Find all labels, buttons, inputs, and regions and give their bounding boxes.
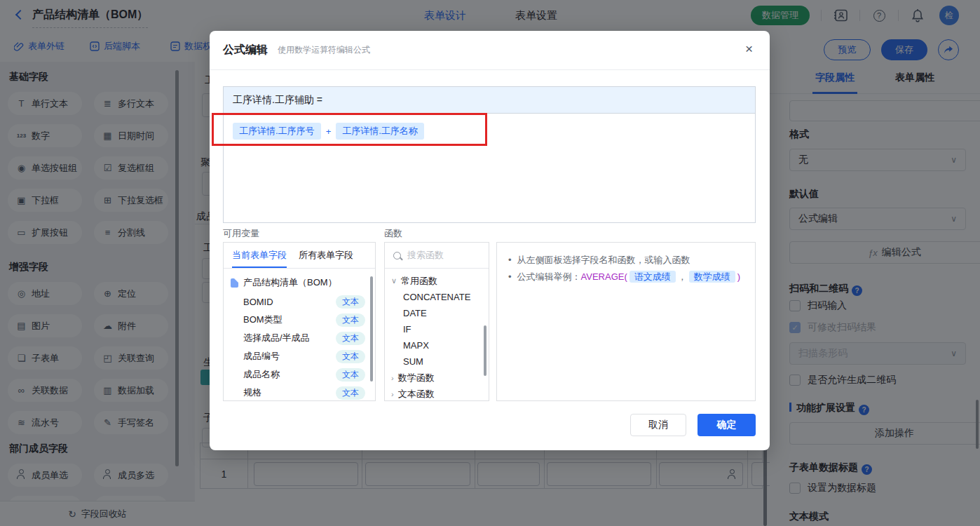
example-field-chip: 语文成绩 [629, 271, 676, 283]
function-group-label: 常用函数 [401, 275, 437, 288]
formula-edit-modal: 公式编辑 使用数学运算符编辑公式 × 工序详情.工序辅助 = 工序详情.工序序号… [210, 31, 770, 450]
functions-panel: 搜索函数 ∨ 常用函数 CONCATENATE DATE IF MAPX SUM… [384, 242, 489, 401]
formula-target: 工序详情.工序辅助 = [224, 87, 755, 114]
field-type-badge: 文本 [336, 332, 365, 345]
tip-example-line: • 公式编辑举例：AVERAGE(语文成绩，数学成绩) [508, 269, 744, 285]
functions-scrollbar[interactable] [484, 325, 486, 376]
formula-token[interactable]: 工序详情.工序序号 [233, 123, 321, 140]
functions-section-label: 函数 [384, 227, 402, 240]
tree-field-row[interactable]: 规格文本 [224, 384, 375, 401]
tips-panel: • 从左侧面板选择字段名和函数，或输入函数 • 公式编辑举例：AVERAGE(语… [496, 242, 756, 401]
example-field-chip: 数学成绩 [689, 271, 735, 283]
function-group-label: 文本函数 [398, 388, 435, 400]
tree-field-row[interactable]: 成品名称文本 [224, 365, 375, 384]
formula-expression-area[interactable]: 工序详情.工序序号 + 工序详情.工序名称 [224, 114, 755, 149]
function-item[interactable]: CONCATENATE [385, 289, 489, 305]
modal-title: 公式编辑 [223, 43, 268, 58]
chevron-down-icon: ∨ [391, 276, 397, 285]
cancel-button[interactable]: 取消 [630, 414, 686, 436]
function-item[interactable]: MAPX [385, 337, 489, 353]
tab-current-form-fields[interactable]: 当前表单字段 [232, 243, 287, 268]
tree-field-row[interactable]: 选择成品/半成品文本 [224, 329, 375, 347]
bullet: • [508, 269, 512, 285]
tree-field-row[interactable]: BOMID文本 [224, 292, 375, 311]
field-name: 成品编号 [243, 350, 280, 363]
field-name: 成品名称 [243, 368, 280, 381]
variables-scrollbar[interactable] [370, 276, 373, 382]
field-name: BOMID [243, 297, 273, 307]
function-list: ∨ 常用函数 CONCATENATE DATE IF MAPX SUM › 数学… [385, 269, 489, 401]
field-name: 规格 [243, 386, 261, 399]
field-name: BOM类型 [243, 313, 283, 326]
function-group-math[interactable]: › 数学函数 [385, 370, 489, 386]
chevron-right-icon: › [391, 374, 394, 382]
tree-root-label: 产品结构清单（BOM） [243, 276, 337, 289]
chevron-right-icon: › [391, 390, 394, 398]
function-item[interactable]: IF [385, 321, 489, 337]
variables-tabs: 当前表单字段 所有表单字段 [224, 243, 375, 269]
variables-section-label: 可用变量 [223, 227, 259, 240]
field-type-badge: 文本 [336, 368, 365, 382]
example-close-paren: ) [737, 271, 740, 282]
tree-root-node[interactable]: 产品结构清单（BOM） [224, 273, 375, 292]
confirm-button[interactable]: 确定 [697, 414, 756, 436]
variables-panel: 当前表单字段 所有表单字段 产品结构清单（BOM） BOMID文本 BOM类型文… [223, 242, 376, 401]
page: 产品结构清单（BOM） 表单设计 表单设置 数据管理 检 表单外链 后端脚本 [0, 0, 980, 526]
tab-all-form-fields[interactable]: 所有表单字段 [299, 243, 353, 268]
tree-field-row[interactable]: BOM类型文本 [224, 311, 375, 329]
search-icon [393, 252, 401, 259]
tip-text: 从左侧面板选择字段名和函数，或输入函数 [517, 252, 690, 269]
field-type-badge: 文本 [336, 350, 365, 363]
modal-subtitle: 使用数学运算符编辑公式 [278, 44, 370, 56]
search-placeholder: 搜索函数 [407, 249, 444, 262]
field-tree: 产品结构清单（BOM） BOMID文本 BOM类型文本 选择成品/半成品文本 成… [224, 269, 375, 401]
bullet: • [508, 252, 512, 269]
formula-token[interactable]: 工序详情.工序名称 [336, 123, 424, 140]
function-group-common[interactable]: ∨ 常用函数 [385, 273, 489, 289]
tree-field-row[interactable]: 成品编号文本 [224, 347, 375, 365]
field-name: 选择成品/半成品 [243, 332, 310, 344]
function-group-text[interactable]: › 文本函数 [385, 386, 489, 401]
function-group-label: 数学函数 [398, 372, 435, 384]
tip-example: 公式编辑举例：AVERAGE(语文成绩，数学成绩) [517, 269, 741, 285]
close-icon[interactable]: × [745, 42, 753, 55]
function-item[interactable]: DATE [385, 305, 489, 321]
form-doc-icon [231, 278, 238, 288]
function-search[interactable]: 搜索函数 [385, 243, 489, 269]
formula-editor: 工序详情.工序辅助 = 工序详情.工序序号 + 工序详情.工序名称 [223, 86, 756, 223]
function-item[interactable]: SUM [385, 353, 489, 370]
field-type-badge: 文本 [336, 295, 365, 309]
tip-line: • 从左侧面板选择字段名和函数，或输入函数 [508, 252, 744, 269]
field-type-badge: 文本 [336, 386, 365, 400]
example-function: AVERAGE( [581, 271, 627, 282]
modal-header: 公式编辑 使用数学运算符编辑公式 × [210, 31, 770, 70]
field-type-badge: 文本 [336, 313, 365, 327]
operator-plus: + [326, 126, 332, 137]
